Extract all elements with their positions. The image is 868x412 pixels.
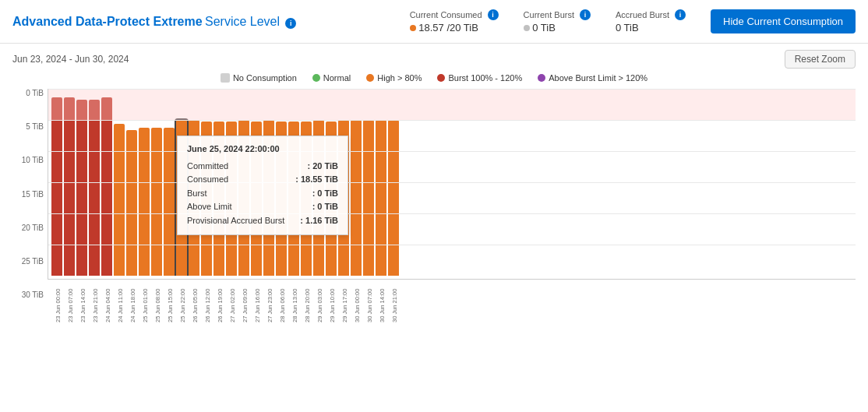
tooltip-val-above: : 0 TiB bbox=[312, 200, 338, 214]
bar-1[interactable] bbox=[64, 97, 75, 276]
accrued-burst-metric: Accrued Burst i 0 TiB bbox=[616, 9, 686, 33]
tooltip-val-committed: : 20 TiB bbox=[308, 160, 339, 174]
y-label-0: 0 TiB bbox=[12, 89, 44, 97]
bar-24[interactable] bbox=[351, 120, 362, 276]
bar-7[interactable] bbox=[139, 128, 150, 276]
bars-and-xaxis: June 25, 2024 22:00:00 Committed : 20 Ti… bbox=[48, 89, 856, 322]
current-burst-label: Current Burst i bbox=[524, 9, 591, 20]
current-consumed-metric: Current Consumed i 18.57 /20 TiB bbox=[410, 9, 499, 33]
x-label-27: 30 Jun 21:00 bbox=[387, 280, 398, 322]
x-label-6: 24 Jun 18:00 bbox=[125, 280, 136, 322]
date-range: Jun 23, 2024 - Jun 30, 2024 bbox=[12, 54, 129, 65]
current-consumed-label: Current Consumed i bbox=[410, 9, 499, 20]
high-icon bbox=[366, 74, 374, 82]
burst-icon bbox=[437, 74, 445, 82]
y-label-30: 30 TiB bbox=[12, 291, 44, 299]
x-label-16: 27 Jun 16:00 bbox=[250, 280, 261, 322]
y-label-25: 25 TiB bbox=[12, 257, 44, 266]
bar-4[interactable] bbox=[101, 97, 112, 276]
tooltip-label-committed: Committed bbox=[187, 160, 228, 174]
y-axis: 30 TiB 25 TiB 20 TiB 15 TiB 10 TiB 5 TiB… bbox=[12, 89, 48, 299]
bar-27[interactable] bbox=[388, 120, 399, 276]
bar-5[interactable] bbox=[114, 124, 125, 276]
bar-0[interactable] bbox=[51, 97, 62, 276]
bar-8[interactable] bbox=[151, 128, 162, 276]
gridline-10 bbox=[48, 213, 856, 214]
tooltip-title: June 25, 2024 22:00:00 bbox=[187, 143, 338, 157]
header: Advanced Data-Protect Extreme Service Le… bbox=[0, 0, 868, 44]
tooltip-row-provisional: Provisional Accrued Burst : 1.16 TiB bbox=[187, 214, 338, 228]
tooltip-val-provisional: : 1.16 TiB bbox=[300, 214, 338, 228]
x-label-4: 24 Jun 04:00 bbox=[101, 280, 111, 322]
burst-dot bbox=[524, 25, 530, 31]
bar-26[interactable] bbox=[376, 120, 386, 276]
burst-label: Burst 100% - 120% bbox=[448, 73, 522, 83]
tooltip-label-above: Above Limit bbox=[187, 200, 231, 214]
bar-9[interactable] bbox=[164, 128, 175, 276]
current-burst-info-icon[interactable]: i bbox=[580, 9, 591, 20]
bar-3[interactable] bbox=[89, 100, 100, 276]
title-info-icon[interactable]: i bbox=[285, 18, 296, 29]
legend: No Consumption Normal High > 80% Burst 1… bbox=[12, 73, 856, 83]
bar-25[interactable] bbox=[363, 120, 374, 276]
date-range-row: Jun 23, 2024 - Jun 30, 2024 Reset Zoom bbox=[12, 50, 856, 69]
above-burst-icon bbox=[538, 74, 545, 82]
x-label-11: 26 Jun 05:00 bbox=[188, 280, 199, 322]
x-label-7: 25 Jun 01:00 bbox=[138, 280, 149, 322]
x-label-2: 23 Jun 14:00 bbox=[76, 280, 86, 322]
current-consumed-value: 18.57 /20 TiB bbox=[410, 22, 478, 33]
x-label-1: 23 Jun 07:00 bbox=[63, 280, 74, 322]
tooltip: June 25, 2024 22:00:00 Committed : 20 Ti… bbox=[177, 136, 348, 235]
x-label-21: 29 Jun 03:00 bbox=[312, 280, 323, 322]
tooltip-val-consumed: : 18.55 TiB bbox=[295, 173, 338, 187]
metrics-section: Current Consumed i 18.57 /20 TiB Current… bbox=[410, 9, 856, 33]
x-label-3: 23 Jun 21:00 bbox=[88, 280, 99, 322]
consumed-dot bbox=[410, 25, 416, 31]
accrued-burst-label: Accrued Burst i bbox=[616, 9, 686, 20]
normal-label: Normal bbox=[323, 73, 351, 83]
legend-burst: Burst 100% - 120% bbox=[437, 73, 522, 83]
x-label-17: 27 Jun 23:00 bbox=[263, 280, 273, 322]
accrued-burst-info-icon[interactable]: i bbox=[675, 9, 686, 20]
x-label-19: 28 Jun 13:00 bbox=[288, 280, 298, 322]
tooltip-label-consumed: Consumed bbox=[187, 173, 228, 187]
service-level-label: Service Level bbox=[205, 15, 280, 28]
x-label-18: 28 Jun 06:00 bbox=[275, 280, 286, 322]
current-burst-value: 0 TiB bbox=[524, 22, 556, 33]
x-label-13: 26 Jun 19:00 bbox=[213, 280, 224, 322]
current-consumed-info-icon[interactable]: i bbox=[488, 9, 499, 20]
gridline-30 bbox=[48, 89, 856, 90]
gridline-15 bbox=[48, 182, 856, 183]
app-container: Advanced Data-Protect Extreme Service Le… bbox=[0, 0, 868, 322]
x-label-10: 25 Jun 22:00 bbox=[175, 280, 186, 322]
no-consumption-label: No Consumption bbox=[233, 73, 297, 83]
reset-zoom-button[interactable]: Reset Zoom bbox=[785, 50, 856, 69]
y-label-5: 5 TiB bbox=[12, 122, 44, 131]
tooltip-row-committed: Committed : 20 TiB bbox=[187, 160, 338, 174]
x-axis: 23 Jun 00:0023 Jun 07:0023 Jun 14:0023 J… bbox=[48, 280, 856, 322]
x-label-0: 23 Jun 00:00 bbox=[51, 280, 62, 322]
x-label-8: 25 Jun 08:00 bbox=[150, 280, 161, 322]
y-label-10: 10 TiB bbox=[12, 156, 44, 164]
bar-2[interactable] bbox=[76, 100, 87, 276]
tooltip-val-burst: : 0 TiB bbox=[312, 187, 338, 201]
current-burst-metric: Current Burst i 0 TiB bbox=[524, 9, 591, 33]
legend-no-consumption: No Consumption bbox=[221, 73, 297, 83]
tooltip-row-consumed: Consumed : 18.55 TiB bbox=[187, 173, 338, 187]
gridline-5 bbox=[48, 245, 856, 245]
x-label-14: 27 Jun 02:00 bbox=[225, 280, 236, 322]
hide-consumption-button[interactable]: Hide Current Consumption bbox=[711, 9, 856, 33]
above-burst-label: Above Burst Limit > 120% bbox=[549, 73, 647, 83]
title-section: Advanced Data-Protect Extreme Service Le… bbox=[12, 15, 296, 29]
x-label-24: 30 Jun 00:00 bbox=[350, 280, 361, 322]
x-label-12: 26 Jun 12:00 bbox=[200, 280, 211, 322]
x-label-23: 29 Jun 17:00 bbox=[337, 280, 348, 322]
x-label-26: 30 Jun 14:00 bbox=[375, 280, 386, 322]
tooltip-label-provisional: Provisional Accrued Burst bbox=[187, 214, 284, 228]
tooltip-row-above: Above Limit : 0 TiB bbox=[187, 200, 338, 214]
x-label-25: 30 Jun 07:00 bbox=[362, 280, 373, 322]
chart-inner: 30 TiB 25 TiB 20 TiB 15 TiB 10 TiB 5 TiB… bbox=[12, 89, 856, 322]
gridline-20 bbox=[48, 151, 856, 152]
x-label-20: 28 Jun 20:00 bbox=[300, 280, 311, 322]
high-label: High > 80% bbox=[377, 73, 422, 83]
